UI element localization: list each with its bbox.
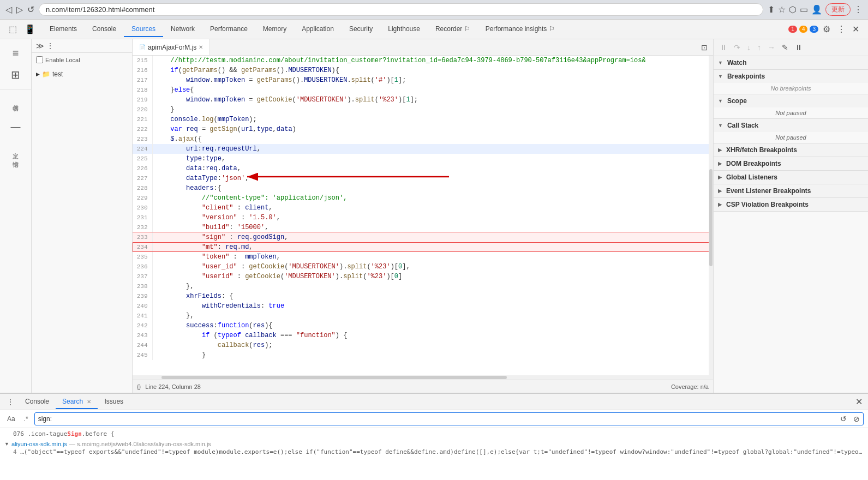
close-devtools-btn[interactable]: ✕ [850,23,861,35]
dom-label: DOM Breakpoints [726,160,781,167]
right-panel-content: Watch Breakpoints No breakpoints Scope [714,56,868,393]
tab-performance[interactable]: Performance [202,22,255,37]
account-icon[interactable]: 👤 [811,4,822,15]
code-line-234: 234 "mt": req.md, [133,242,713,252]
editor-wrap: 📄 apimAjaxForM.js ✕ ⊡ 215 / [133,39,868,393]
pause-btn[interactable]: ⏸ [717,41,730,53]
tab-perf-insights[interactable]: Performance insights ⚐ [478,22,562,37]
file-tree-folder-test[interactable]: ▶ 📁 test [32,69,132,80]
event-listener-header[interactable]: Event Listener Breakpoints [714,184,868,197]
case-sensitive-btn[interactable]: Aa [4,413,18,424]
back-icon[interactable]: ◁ [5,4,12,15]
search-refresh-btn[interactable]: ↺ [837,413,850,425]
code-line-239: 239 xhrFields: { [133,291,713,301]
search-input[interactable] [35,413,837,424]
bottom-tab-search[interactable]: Search ✕ [56,395,98,409]
csp-header[interactable]: CSP Violation Breakpoints [714,198,868,211]
vertical-scrollbar[interactable] [709,56,713,380]
window-icon[interactable]: ▭ [800,4,808,15]
tab-network[interactable]: Network [163,22,202,37]
code-line-223: 223 $.ajax({ [133,134,713,144]
menu-icon[interactable]: ⋮ [854,4,863,15]
code-line-240: 240 withCredentials: true [133,301,713,311]
scrollbar-thumb[interactable] [709,169,713,266]
regex-btn[interactable]: .* [21,413,31,424]
enable-local-checkbox[interactable] [36,56,43,63]
code-line-233: 233 "sign" : req.goodSign, [133,232,713,242]
tab-application[interactable]: Application [294,22,342,37]
file-sidebar: ≫ ⋮ Enable Local ▶ 📁 test [32,39,133,393]
editor-tab-file[interactable]: 📄 apimAjaxForM.js ✕ [133,39,210,55]
file-tree: ▶ 📁 test [32,67,132,393]
bookmark-icon[interactable]: ☆ [778,4,786,15]
xhr-header[interactable]: XHR/fetch Breakpoints [714,143,868,157]
h-scrollbar-thumb[interactable] [161,376,507,379]
more-btn[interactable]: ⋮ [835,23,848,35]
search-tab-close[interactable]: ✕ [87,399,91,405]
code-line-235: 235 "token" : mmpToken, [133,252,713,262]
tab-sources[interactable]: Sources [124,22,163,37]
call-stack-section: Call Stack Not paused [714,119,868,143]
code-line-225: 225 type:type, [133,154,713,164]
step-over-btn[interactable]: ↷ [731,41,743,53]
scope-header[interactable]: Scope [714,94,868,107]
horizontal-scrollbar[interactable] [133,375,709,380]
search-result-line4[interactable]: 4 …("object"==typeof exports&&"undefined… [4,448,864,455]
bottom-tab-issues[interactable]: Issues [98,395,130,409]
call-stack-header[interactable]: Call Stack [714,119,868,132]
search-result-prev[interactable]: 076 .icon-tagueSign.before { [4,430,864,437]
reload-icon[interactable]: ↺ [27,4,34,15]
chrome-nav-btn2[interactable]: ⊞ [8,65,23,85]
code-table: 215 //http://testm.modianinc.com/about/i… [133,56,713,360]
main-content: ≡ ⊞ 创作者动 — 定义 博物馆 ≫ ⋮ Enable Local ▶ 📁 [0,39,868,393]
breakpoints-label: Breakpoints [727,73,765,80]
url-bar: ◁ ▷ ↺ n.com/item/126320.html#comment ⬆ ☆… [0,0,868,20]
global-listeners-header[interactable]: Global Listeners [714,171,868,184]
share-icon[interactable]: ⬆ [768,4,775,15]
bottom-tab-console[interactable]: Console [19,395,56,409]
tab-console[interactable]: Console [85,22,124,37]
format-icon[interactable]: ⊡ [700,42,709,53]
extension-icon[interactable]: ⬡ [789,4,797,15]
code-line-219: 219 window.mmpToken = getCookie('MDUSERT… [133,95,713,105]
watch-header[interactable]: Watch [714,56,868,69]
sidebar-more-btn[interactable]: ⋮ [46,41,54,50]
search-result-aliyun[interactable]: ▼ aliyun-oss-sdk.min.js — s.moimg.net/js… [4,440,864,448]
breakpoints-btn[interactable]: ⏸ [792,41,805,53]
call-stack-body: Not paused [714,132,868,143]
call-stack-label: Call Stack [727,122,758,129]
code-line-245: 245 } [133,350,713,360]
code-view[interactable]: 215 //http://testm.modianinc.com/about/i… [133,56,713,380]
code-line-244: 244 callback(res); [133,340,713,350]
code-line-220: 220 } [133,105,713,115]
step-into-btn[interactable]: ↓ [744,41,753,53]
enable-local-row[interactable]: Enable Local [32,53,132,67]
dom-header[interactable]: DOM Breakpoints [714,157,868,170]
step-out-btn[interactable]: ↑ [755,41,764,53]
code-line-243: 243 if (typeof callback === "function") … [133,331,713,340]
info-badge: 3 [810,26,818,33]
url-input[interactable]: n.com/item/126320.html#comment [39,3,763,16]
device-icon[interactable]: 📱 [21,22,39,37]
bottom-more-btn[interactable]: ⋮ [4,397,16,407]
inspect-icon[interactable]: ⬚ [5,22,20,37]
step-btn[interactable]: → [765,41,778,53]
editor-tab-close[interactable]: ✕ [199,44,203,50]
tab-memory[interactable]: Memory [255,22,294,37]
error-badge: 1 [788,26,797,33]
settings-btn[interactable]: ⚙ [821,23,833,35]
tab-lighthouse[interactable]: Lighthouse [380,22,428,37]
search-result-triangle: ▼ [4,441,9,447]
tab-elements[interactable]: Elements [42,22,85,37]
breakpoints-header[interactable]: Breakpoints [714,70,868,83]
bottom-panel-close-btn[interactable]: ✕ [854,395,864,408]
sidebar-expand-btn[interactable]: ≫ [36,41,44,50]
deactivate-btn[interactable]: ✎ [779,41,791,53]
tab-recorder[interactable]: Recorder ⚐ [428,22,478,37]
chrome-nav-expand[interactable]: ≡ [9,44,22,63]
forward-icon[interactable]: ▷ [16,4,23,15]
search-clear-btn[interactable]: ⊘ [850,413,863,425]
devtools-container: ⬚ 📱 Elements Console Sources Network Per… [0,20,868,480]
update-button[interactable]: 更新 [825,3,851,16]
tab-security[interactable]: Security [342,22,380,37]
